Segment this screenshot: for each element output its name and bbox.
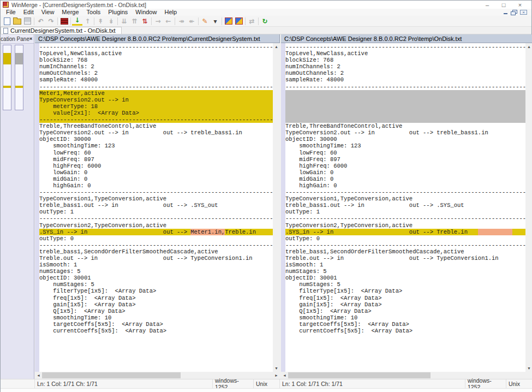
code-line: filterType[1x5]: <Array Data> [285,288,525,294]
menu-tools[interactable]: Tools [83,9,105,16]
left-editor[interactable]: ----------------------------------------… [35,43,280,372]
location-mark-diff[interactable] [3,53,11,64]
merge-mode-dropdown-icon[interactable]: ▾ [210,16,220,26]
missing-line [285,110,525,116]
swap-panes-icon[interactable]: ⇄ [247,16,257,26]
location-bar-left[interactable] [3,45,11,110]
code-line: TypeConversion2.out --> in out --> trebl… [285,129,525,136]
code-line: TopLevel,NewClass,active [285,50,525,57]
copy-left-and-advance-icon[interactable]: ↞ [187,16,197,26]
mdi-restore-icon[interactable] [511,10,518,15]
left-pane-status: Ln: 1 Col: 1/71 Ch: 1/71 windows-1252 Un… [35,379,280,388]
code-line: freq[1x5]: <Array Data> [39,295,273,301]
next-conflict-icon[interactable]: ⇊ [119,16,129,26]
tab-label: CurrentDesignerSystem.txt - OnDisk.txt [10,27,116,34]
undo-icon[interactable]: ↶ [35,16,46,26]
right-eol-style[interactable]: Unix [506,379,532,388]
left-vertical-scrollbar[interactable]: ▲ ▼ [273,43,280,372]
code-line: ----------------------------------------… [39,84,273,90]
code-line: numStages: 5 [285,281,525,288]
previous-difference-icon[interactable]: ↑ [82,16,93,26]
mdi-minimize-icon[interactable] [503,10,509,15]
code-line: outType: 1 [39,209,273,215]
code-line: outType: 0 [285,235,525,242]
left-hscroll-thumb[interactable] [42,372,181,378]
location-mark-missing[interactable] [15,53,23,64]
location-mark-diff[interactable] [15,86,23,88]
menu-plugins[interactable]: Plugins [104,9,131,16]
code-line: sampleRate: 48000 [285,76,525,83]
code-line: blockSize: 768 [285,57,525,63]
toolbar-separator [70,17,71,25]
minimize-button[interactable]: – [479,1,495,9]
open-icon[interactable] [12,16,22,26]
previous-conflict-icon[interactable]: ⇈ [129,16,140,26]
refresh-icon[interactable]: ↻ [260,16,270,26]
menu-merge[interactable]: Merge [58,9,82,16]
menu-window[interactable]: Window [131,9,160,16]
scrollbar-corner [525,372,532,379]
code-line: numOutChannels: 2 [39,70,273,76]
next-difference-icon[interactable]: ↓ [72,16,82,26]
copy-right-icon[interactable]: → [153,16,163,26]
scroll-up-icon[interactable]: ▲ [273,43,280,50]
menu-edit[interactable]: Edit [20,9,38,16]
left-eol-style[interactable]: Unix [254,379,280,388]
code-line: Treble.out --> in out --> TypeConversion… [285,255,525,262]
redo-icon[interactable]: ↷ [46,16,56,26]
code-line: numInChannels: 2 [39,63,273,70]
code-line: ----------------------------------------… [39,215,273,222]
scroll-down-icon[interactable]: ▼ [525,365,532,372]
first-difference-icon[interactable]: ↟ [95,16,106,26]
scroll-left-icon[interactable]: ◄ [35,372,42,379]
right-encoding[interactable]: windows-1252 [465,379,506,388]
code-line: outType: 0 [39,235,273,242]
location-pane-title: Location Pane [1,36,29,42]
location-pane: Location Pane × [1,34,34,379]
copy-right-and-advance-icon[interactable]: ↠ [176,16,187,26]
diff-line: .SYS_in --> in out --> Meter1.in,Treble.… [39,229,273,235]
right-vertical-scrollbar[interactable]: ▲ ▼ [525,43,532,372]
location-mark-diff[interactable] [3,86,11,88]
right-file-path: C:\DSP Concepts\AWE Designer 8.B.0.0.RC2… [281,34,532,43]
scroll-up-icon[interactable]: ▲ [525,43,532,50]
mdi-close-icon[interactable]: × [520,10,527,15]
location-bar-right[interactable] [15,45,23,110]
left-encoding[interactable]: windows-1252 [213,379,254,388]
location-pane-header: Location Pane × [1,34,34,44]
scroll-left-icon[interactable]: ◄ [281,372,288,379]
right-hscroll-thumb[interactable] [288,372,431,378]
copy-all-right-icon[interactable] [223,16,234,26]
menu-view[interactable]: View [38,9,58,16]
code-line: objectID: 30000 [285,136,525,142]
right-editor[interactable]: ----------------------------------------… [281,43,532,372]
right-editor-text[interactable]: ----------------------------------------… [285,44,525,372]
code-line: highGain: 0 [285,182,525,189]
left-editor-text[interactable]: ----------------------------------------… [39,44,273,372]
code-line: midFreq: 897 [285,156,525,163]
toolbar-separator [57,17,58,25]
location-pane-close-icon[interactable]: × [29,36,32,41]
code-line: TypeConversion1,TypeConversion,active [39,195,273,202]
code-line: lowFreq: 60 [39,150,273,156]
tab-comparison[interactable]: CurrentDesignerSystem.txt - OnDisk.txt [1,27,122,34]
options-icon[interactable] [59,16,69,26]
menu-file[interactable]: File [2,9,20,16]
toolbar: ↶↷↓↑↟↡⇊⇈⇅→←↠↞✎▾⇄↻ [1,16,531,27]
auto-merge-icon[interactable]: ✎ [200,16,210,26]
menu-help[interactable]: Help [160,9,181,16]
code-line: highFreq: 6000 [285,163,525,169]
save-icon[interactable] [22,16,33,26]
copy-left-icon[interactable]: ← [163,16,174,26]
scroll-down-icon[interactable]: ▼ [273,365,280,372]
code-line: ----------------------------------------… [285,215,525,222]
copy-all-left-icon[interactable] [234,16,244,26]
code-line: ----------------------------------------… [285,242,525,248]
select-line-difference-icon[interactable]: ⇅ [140,16,150,26]
last-difference-icon[interactable]: ↡ [106,16,116,26]
maximize-button[interactable]: □ [495,1,512,9]
scroll-right-icon[interactable]: ► [273,372,280,379]
new-file-icon[interactable] [2,16,12,26]
close-button[interactable]: × [512,1,528,9]
code-line: smoothingTime: 10 [39,314,273,321]
